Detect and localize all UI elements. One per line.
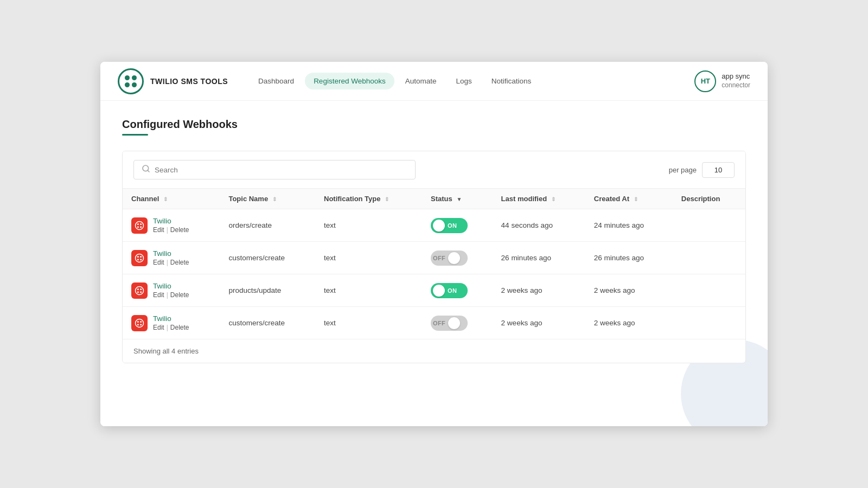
svg-point-7 bbox=[136, 254, 144, 262]
nav-item-notifications[interactable]: Notifications bbox=[483, 73, 540, 89]
webhooks-table: Channel ⇕ Topic Name ⇕ Notification Type… bbox=[123, 188, 745, 339]
edit-link[interactable]: Edit bbox=[153, 324, 164, 331]
svg-point-14 bbox=[140, 288, 142, 290]
channel-actions: Edit | Delete bbox=[153, 259, 189, 266]
channel-info: Twilio Edit | Delete bbox=[153, 217, 189, 234]
toggle-label-3: OFF bbox=[433, 320, 445, 326]
user-label: app sync connector bbox=[722, 72, 750, 89]
svg-line-1 bbox=[148, 170, 149, 172]
user-area: HT app sync connector bbox=[694, 70, 750, 92]
toggle-2[interactable]: ON bbox=[431, 283, 468, 298]
nav-item-registered-webhooks[interactable]: Registered Webhooks bbox=[305, 73, 394, 89]
cell-description-1 bbox=[673, 242, 745, 274]
toggle-3[interactable]: OFF bbox=[431, 316, 468, 331]
svg-point-11 bbox=[140, 259, 142, 260]
nav-item-dashboard[interactable]: Dashboard bbox=[250, 73, 303, 89]
search-input[interactable] bbox=[155, 166, 407, 174]
cell-channel-1: Twilio Edit | Delete bbox=[123, 242, 220, 274]
col-status: Status ▼ bbox=[422, 189, 493, 209]
sort-icon-last-mod[interactable]: ⇕ bbox=[551, 196, 556, 202]
logo-dot bbox=[132, 82, 137, 87]
toggle-1[interactable]: OFF bbox=[431, 251, 468, 266]
twilio-icon bbox=[131, 217, 148, 234]
cell-topic-0: orders/create bbox=[220, 209, 315, 242]
browser-window: TWILIO SMS TOOLS Dashboard Registered We… bbox=[100, 62, 768, 426]
cell-last-mod-3: 2 weeks ago bbox=[493, 307, 585, 339]
table-footer: Showing all 4 entries bbox=[123, 339, 745, 363]
cell-last-mod-0: 44 seconds ago bbox=[493, 209, 585, 242]
svg-point-8 bbox=[137, 255, 139, 257]
cell-channel-0: Twilio Edit | Delete bbox=[123, 209, 220, 242]
title-underline bbox=[122, 134, 148, 136]
cell-status-2: ON bbox=[422, 274, 493, 307]
cell-topic-3: customers/create bbox=[220, 307, 315, 339]
page-title: Configured Webhooks bbox=[122, 118, 746, 131]
cell-last-mod-2: 2 weeks ago bbox=[493, 274, 585, 307]
sort-icon-notif-type[interactable]: ⇕ bbox=[385, 196, 389, 202]
main-content: Configured Webhooks per page bbox=[100, 101, 768, 426]
channel-name: Twilio bbox=[153, 249, 189, 258]
sort-icon-created[interactable]: ⇕ bbox=[634, 196, 638, 202]
cell-created-2: 2 weeks ago bbox=[585, 274, 673, 307]
toggle-knob-1 bbox=[448, 252, 460, 264]
entries-count: Showing all 4 entries bbox=[133, 347, 199, 355]
logo-dots bbox=[125, 75, 137, 87]
sort-icon-channel[interactable]: ⇕ bbox=[163, 196, 168, 202]
svg-point-17 bbox=[136, 319, 144, 327]
toggle-knob-0 bbox=[433, 220, 445, 232]
table-container: per page Channel ⇕ Topic Name ⇕ bbox=[122, 151, 746, 363]
table-body: Twilio Edit | Delete orders/create text … bbox=[123, 209, 745, 339]
cell-topic-1: customers/create bbox=[220, 242, 315, 274]
table-row: Twilio Edit | Delete customers/create te… bbox=[123, 242, 745, 274]
edit-link[interactable]: Edit bbox=[153, 259, 164, 266]
sort-icon-topic[interactable]: ⇕ bbox=[272, 196, 277, 202]
action-sep: | bbox=[167, 324, 168, 331]
channel-info: Twilio Edit | Delete bbox=[153, 282, 189, 299]
svg-point-19 bbox=[140, 320, 142, 322]
logo-area: TWILIO SMS TOOLS bbox=[118, 68, 228, 94]
toggle-0[interactable]: ON bbox=[431, 218, 468, 233]
svg-point-5 bbox=[137, 226, 139, 228]
cell-status-0: ON bbox=[422, 209, 493, 242]
channel-name: Twilio bbox=[153, 217, 189, 225]
cell-status-1: OFF bbox=[422, 242, 493, 274]
channel-name: Twilio bbox=[153, 314, 189, 323]
action-sep: | bbox=[167, 226, 168, 234]
delete-link[interactable]: Delete bbox=[170, 226, 189, 234]
search-icon bbox=[142, 164, 150, 175]
nav-item-automate[interactable]: Automate bbox=[397, 73, 445, 89]
sort-icon-status[interactable]: ▼ bbox=[456, 196, 462, 202]
search-box bbox=[133, 160, 416, 179]
edit-link[interactable]: Edit bbox=[153, 226, 164, 234]
action-sep: | bbox=[167, 259, 168, 266]
svg-point-20 bbox=[137, 324, 139, 325]
delete-link[interactable]: Delete bbox=[170, 291, 189, 299]
svg-point-18 bbox=[137, 320, 139, 322]
cell-last-mod-1: 26 minutes ago bbox=[493, 242, 585, 274]
col-notification-type: Notification Type ⇕ bbox=[315, 189, 422, 209]
action-sep: | bbox=[167, 291, 168, 299]
cell-topic-2: products/update bbox=[220, 274, 315, 307]
per-page-label: per page bbox=[669, 166, 697, 174]
app-title: TWILIO SMS TOOLS bbox=[150, 77, 228, 86]
cell-notif-type-1: text bbox=[315, 242, 422, 274]
channel-info: Twilio Edit | Delete bbox=[153, 314, 189, 331]
table-row: Twilio Edit | Delete orders/create text … bbox=[123, 209, 745, 242]
nav-item-logs[interactable]: Logs bbox=[448, 73, 481, 89]
cell-status-3: OFF bbox=[422, 307, 493, 339]
svg-point-2 bbox=[136, 221, 144, 229]
svg-point-21 bbox=[140, 324, 142, 325]
delete-link[interactable]: Delete bbox=[170, 259, 189, 266]
per-page-input[interactable] bbox=[702, 162, 735, 178]
svg-point-12 bbox=[136, 286, 144, 294]
svg-point-6 bbox=[140, 226, 142, 228]
cell-created-0: 24 minutes ago bbox=[585, 209, 673, 242]
delete-link[interactable]: Delete bbox=[170, 324, 189, 331]
main-nav: Dashboard Registered Webhooks Automate L… bbox=[250, 73, 694, 89]
avatar[interactable]: HT bbox=[694, 70, 716, 92]
edit-link[interactable]: Edit bbox=[153, 291, 164, 299]
channel-actions: Edit | Delete bbox=[153, 226, 189, 234]
toggle-knob-2 bbox=[433, 285, 445, 297]
cell-description-0 bbox=[673, 209, 745, 242]
svg-point-16 bbox=[140, 291, 142, 293]
